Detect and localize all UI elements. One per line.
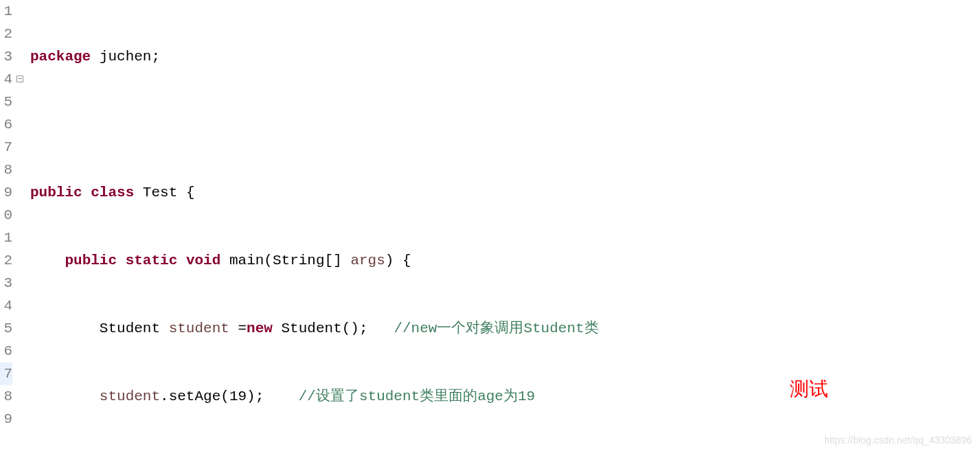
line-number: 3	[0, 45, 12, 68]
code-line[interactable]: public class Test {	[27, 181, 980, 204]
code-line[interactable]: student.setAge(19); //设置了student类里面的age为…	[27, 385, 980, 408]
line-number: 9	[0, 408, 12, 430]
line-number: 7	[0, 362, 12, 385]
code-line[interactable]: package juchen;	[27, 45, 980, 68]
line-number: 4	[0, 294, 12, 317]
line-number: 1	[0, 227, 12, 249]
line-number: 7	[0, 136, 12, 159]
keyword-void: void	[186, 253, 220, 268]
annotation-label: 测试	[790, 378, 828, 400]
line-number: 4	[0, 68, 12, 91]
param-args: args	[350, 253, 385, 268]
line-number: 0	[0, 204, 12, 227]
line-number: 3	[0, 272, 12, 294]
fold-toggle-icon[interactable]: −	[16, 76, 23, 82]
keyword-public: public	[65, 253, 117, 268]
watermark-text: https://blog.csdn.net/qq_43303896	[824, 435, 972, 446]
line-number: 8	[0, 385, 12, 408]
method-setage: setAge	[169, 389, 221, 404]
line-number: 5	[0, 317, 12, 340]
comment: //new一个对象调用Student类	[394, 321, 598, 336]
literal-19: 19	[229, 389, 247, 404]
comment: //设置了student类里面的age为19	[299, 389, 535, 404]
type-student: Student	[100, 321, 160, 336]
keyword-new: new	[247, 321, 273, 336]
var-student: student	[100, 389, 160, 404]
line-number: 9	[0, 181, 12, 204]
code-line[interactable]	[27, 113, 980, 136]
line-number: 1	[0, 0, 12, 23]
keyword-class: class	[91, 185, 134, 200]
var-student: student	[169, 321, 229, 336]
line-number: 5	[0, 91, 12, 113]
line-number: 8	[0, 159, 12, 181]
line-number: 6	[0, 113, 12, 136]
code-line[interactable]: Student student =new Student(); //new一个对…	[27, 317, 980, 340]
keyword-static: static	[126, 253, 178, 268]
keyword-public: public	[30, 185, 82, 200]
ctor-student: Student	[282, 321, 342, 336]
method-name: main	[229, 253, 264, 268]
fold-column: −	[15, 0, 27, 451]
keyword-package: package	[30, 49, 91, 65]
package-name: juchen	[100, 49, 152, 65]
code-editor[interactable]: package juchen; public class Test { publ…	[27, 0, 980, 451]
line-number-gutter: 1 2 3 4 5 6 7 8 9 0 1 2 3 4 5 6 7 8 9	[0, 0, 15, 451]
type-string: String	[273, 253, 325, 268]
class-name: Test	[143, 185, 177, 200]
line-number: 2	[0, 23, 12, 45]
line-number: 6	[0, 340, 12, 362]
code-line[interactable]: public static void main(String[] args) {	[27, 249, 980, 272]
line-number: 2	[0, 249, 12, 272]
